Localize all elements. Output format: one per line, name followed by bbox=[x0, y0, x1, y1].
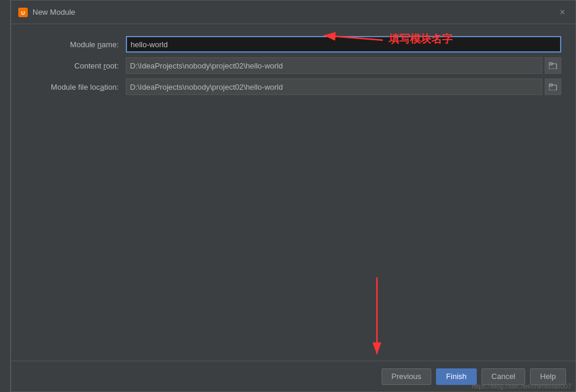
module-name-row: Module name: bbox=[25, 36, 561, 53]
dialog-title: New Module bbox=[32, 8, 75, 17]
finish-button[interactable]: Finish bbox=[436, 368, 477, 385]
module-file-location-value: D:\IdeaProjects\nobody\project02\hello-w… bbox=[126, 79, 542, 95]
title-bar: U New Module × bbox=[11, 1, 575, 24]
app-icon: U bbox=[18, 8, 28, 17]
module-name-label: Module name: bbox=[25, 40, 126, 49]
content-root-label: Content root: bbox=[25, 61, 126, 70]
previous-button[interactable]: Previous bbox=[382, 368, 432, 385]
close-button[interactable]: × bbox=[557, 6, 568, 18]
content-root-row: Content root: D:\IdeaProjects\nobody\pro… bbox=[25, 57, 561, 74]
title-left: U New Module bbox=[18, 8, 75, 17]
module-file-location-row: Module file location: D:\IdeaProjects\no… bbox=[25, 79, 561, 95]
new-module-dialog: U New Module × Module name: Content root… bbox=[11, 0, 576, 392]
module-file-location-input-wrap: D:\IdeaProjects\nobody\project02\hello-w… bbox=[126, 79, 561, 95]
module-file-location-label: Module file location: bbox=[25, 83, 126, 92]
content-root-browse-button[interactable] bbox=[545, 57, 561, 74]
svg-text:U: U bbox=[21, 10, 25, 16]
side-panel bbox=[0, 0, 11, 392]
content-root-value: D:\IdeaProjects\nobody\project02\hello-w… bbox=[126, 57, 542, 74]
module-name-input-wrap bbox=[126, 36, 561, 53]
dialog-spacer bbox=[25, 100, 561, 349]
module-file-location-browse-button[interactable] bbox=[545, 79, 561, 95]
url-watermark: https://blog.csdn.net/chenlixiao007 bbox=[471, 383, 571, 390]
dialog-content: Module name: Content root: D:\IdeaProjec… bbox=[11, 24, 575, 361]
module-name-input[interactable] bbox=[126, 36, 561, 53]
content-root-input-wrap: D:\IdeaProjects\nobody\project02\hello-w… bbox=[126, 57, 561, 74]
